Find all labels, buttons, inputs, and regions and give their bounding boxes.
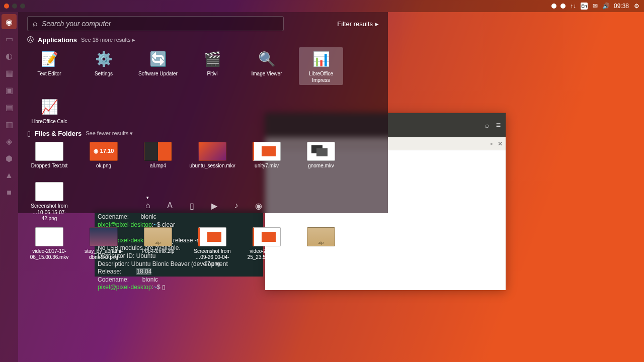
maximize-icon[interactable]: ▫ [491,140,493,147]
search-input[interactable] [42,20,278,28]
minimize-button[interactable] [12,4,17,9]
search-icon[interactable]: ⌕ [485,121,489,129]
chevron-right-icon: ▸ [375,20,379,28]
file-item[interactable]: Pop-Remix.zip [136,226,180,269]
file-item[interactable]: gnome.mkv [299,140,343,171]
files-grid-1: Dropped Text.txt ◉ 17.10ok.png all.mp4 u… [27,140,379,224]
file-item[interactable]: Screenshot from …09-26 00-04-07.png [190,226,234,269]
lens-video-icon[interactable]: ▶ [210,201,219,210]
launcher-item[interactable]: ▭ [2,31,17,46]
file-item[interactable]: ubuntu_session.mkv [190,140,234,171]
search-icon: ⌕ [33,19,38,28]
lens-bar: ⌂ A ▯ ▶ ♪ ◉ [18,201,388,210]
system-tray: ↑↓ En ✉ 🔊 09:38 ⚙ [551,3,640,10]
clock[interactable]: 09:38 [614,3,629,10]
applications-grid: 📝Text Editor ⚙️Settings 🔄Software Update… [27,47,379,127]
app-text-editor[interactable]: 📝Text Editor [27,47,71,85]
launcher-item[interactable]: ⬢ [2,151,17,166]
close-button[interactable] [4,4,9,9]
applications-header[interactable]: Ⓐ Applications See 18 more results ▸ [27,35,379,44]
file-item[interactable]: Pop-Remix.zip [299,226,343,269]
file-item[interactable]: stay_by_aenami-dbnb1k3.png [82,226,126,269]
app-pitivi[interactable]: 🎬Pitivi [190,47,234,85]
unity-launcher: ◉ ▭ ◐ ▦ ▣ ▤ ▥ ◈ ⬢ ▲ ■ [0,12,18,362]
filter-results-button[interactable]: Filter results▸ [337,20,379,28]
launcher-item[interactable]: ◈ [2,134,17,149]
app-software-updater[interactable]: 🔄Software Updater [136,47,180,85]
files-grid-2: video-2017-10-06_15.00.36.mkv stay_by_ae… [27,226,379,269]
launcher-item[interactable]: ▦ [2,65,17,80]
file-item[interactable]: unity7.mkv [245,140,289,171]
launcher-item[interactable]: ◐ [2,48,17,63]
app-image-viewer[interactable]: 🔍Image Viewer [245,47,289,85]
indicator-icon[interactable] [560,4,566,9]
files-header[interactable]: ▯ Files & Folders See fewer results ▾ [27,130,379,137]
document-icon: ▯ [27,130,31,137]
maximize-button[interactable] [20,4,25,9]
file-item[interactable]: all.mp4 [136,140,180,171]
see-fewer-link[interactable]: See fewer results ▾ [86,130,133,137]
app-libreoffice-calc[interactable]: 📈LibreOffice Calc [27,95,71,127]
unity-dash: ⌕ Filter results▸ Ⓐ Applications See 18 … [18,12,388,213]
file-item[interactable]: video-2017-10-06_15.00.36.mkv [27,226,71,269]
gear-icon[interactable]: ⚙ [633,3,640,10]
lens-apps-icon[interactable]: A [166,201,175,210]
indicator-icon[interactable] [551,4,556,9]
mail-icon[interactable]: ✉ [592,3,599,10]
terminal-cursor: ▯ [162,284,166,291]
app-libreoffice-impress[interactable]: 📊LibreOffice Impress [299,47,343,85]
file-item[interactable]: video-2017-09-25_23.57.25.mkv [245,226,289,269]
keyboard-lang-indicator[interactable]: En [581,3,588,10]
file-item[interactable]: Dropped Text.txt [27,140,71,171]
launcher-item[interactable]: ▣ [2,82,17,98]
launcher-item[interactable]: ■ [2,185,17,200]
lens-home-icon[interactable]: ⌂ [143,201,152,210]
volume-icon[interactable]: 🔊 [603,3,610,10]
network-icon[interactable]: ↑↓ [570,3,577,10]
dash-home-icon[interactable]: ◉ [2,14,17,29]
apps-icon: Ⓐ [27,35,34,44]
app-settings[interactable]: ⚙️Settings [82,47,126,85]
launcher-item[interactable]: ▥ [2,117,17,132]
window-controls [4,4,25,9]
dash-search[interactable]: ⌕ [27,16,284,31]
lens-photos-icon[interactable]: ◉ [254,201,263,210]
top-menu-bar: ↑↓ En ✉ 🔊 09:38 ⚙ [0,0,644,12]
launcher-item[interactable]: ▤ [2,100,17,115]
launcher-item[interactable]: ▲ [2,168,17,183]
file-item[interactable]: ◉ 17.10ok.png [82,140,126,171]
hamburger-icon[interactable]: ≡ [496,121,501,130]
lens-files-icon[interactable]: ▯ [188,201,197,210]
lens-music-icon[interactable]: ♪ [232,201,241,210]
see-more-link[interactable]: See 18 more results ▸ [81,37,135,43]
close-icon[interactable]: ✕ [498,140,503,147]
